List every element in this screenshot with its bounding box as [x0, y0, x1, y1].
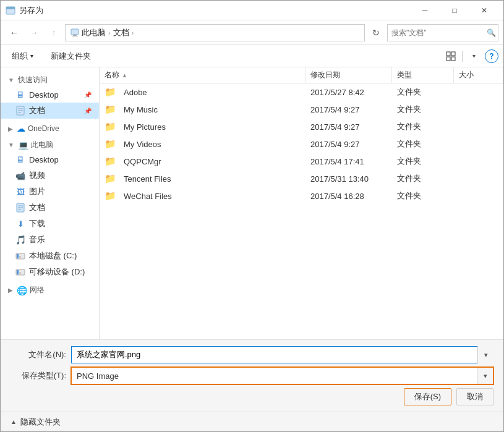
sidebar-section-thispc[interactable]: ▼ 💻 此电脑 — [1, 137, 99, 151]
file-type-cell: 文件夹 — [392, 83, 454, 101]
file-type-cell: 文件夹 — [392, 101, 454, 118]
col-header-type[interactable]: 类型 — [392, 67, 454, 83]
table-row[interactable]: 📁 My Videos 2017/5/4 9:27 文件夹 — [100, 135, 503, 153]
file-size-cell — [454, 170, 503, 187]
folder-icon: 📁 — [105, 138, 116, 150]
svg-rect-18 — [17, 254, 19, 258]
pc-icon: 💻 — [18, 140, 28, 150]
sort-arrow-name: ▲ — [122, 72, 127, 78]
sidebar-item-drive-d[interactable]: 可移动设备 (D:) — [1, 264, 99, 280]
sidebar-item-desktop-pc[interactable]: 🖥 Desktop — [1, 151, 99, 167]
sidebar-item-video[interactable]: 📹 视频 — [1, 167, 99, 184]
col-header-name[interactable]: 名称 ▲ — [100, 67, 305, 83]
sidebar-section-quick-access[interactable]: ▼ 快速访问 — [1, 72, 99, 87]
desktop-icon: 🖥 — [15, 90, 25, 100]
sidebar-section-network[interactable]: ▶ 🌐 网络 — [1, 282, 99, 297]
folder-icon: 📁 — [105, 104, 116, 115]
search-input[interactable] — [391, 28, 484, 37]
sidebar-item-download[interactable]: ⬇ 下载 — [1, 216, 99, 232]
maximize-button[interactable]: □ — [440, 1, 469, 20]
back-button[interactable]: ← — [6, 24, 23, 41]
table-row[interactable]: 📁 My Pictures 2017/5/4 9:27 文件夹 — [100, 118, 503, 135]
sidebar-item-docs-quick[interactable]: 文档 📌 — [1, 103, 99, 119]
search-box[interactable]: 🔍 — [387, 24, 498, 41]
file-name-cell: 📁 My Pictures — [100, 118, 305, 135]
view-button[interactable] — [442, 48, 459, 65]
title-bar: 另存为 ─ □ ✕ — [1, 1, 503, 20]
sidebar-item-picture[interactable]: 🖼 图片 — [1, 184, 99, 200]
address-box[interactable]: 此电脑 › 文档 › — [65, 24, 365, 41]
up-button[interactable]: ↑ — [45, 24, 62, 41]
file-list-body: 📁 Adobe 2017/5/27 8:42 文件夹 📁 My Music 20… — [100, 83, 503, 339]
refresh-button[interactable]: ↻ — [367, 24, 385, 41]
table-row[interactable]: 📁 Tencent Files 2017/5/31 13:40 文件夹 — [100, 170, 503, 187]
new-folder-button[interactable]: 新建文件夹 — [45, 48, 97, 65]
picture-icon: 🖼 — [15, 187, 25, 197]
address-bar: ← → ↑ 此电脑 › 文档 › ↻ 🔍 — [1, 20, 503, 45]
col-header-date[interactable]: 修改日期 — [305, 67, 392, 83]
file-size-cell — [454, 187, 503, 205]
view-dropdown-sep — [462, 51, 463, 62]
folder-icon: 📁 — [105, 173, 116, 184]
sidebar-item-desktop-quick[interactable]: 🖥 Desktop 📌 — [1, 87, 99, 103]
filename-row: 文件名(N): ▾ — [11, 346, 493, 363]
table-row[interactable]: 📁 My Music 2017/5/4 9:27 文件夹 — [100, 101, 503, 118]
svg-rect-22 — [19, 273, 21, 274]
filetype-value: PNG Image — [72, 371, 477, 381]
file-date-cell: 2017/5/4 9:27 — [305, 118, 392, 135]
download-icon: ⬇ — [15, 219, 25, 229]
close-button[interactable]: ✕ — [470, 1, 498, 20]
crumb-computer[interactable]: 此电脑 — [82, 27, 106, 38]
window-controls: ─ □ ✕ — [411, 1, 498, 20]
hidden-files-toggle[interactable]: ▲ 隐藏文件夹 — [11, 417, 61, 428]
file-date-cell: 2017/5/27 8:42 — [305, 83, 392, 101]
forward-button[interactable]: → — [25, 24, 43, 41]
filename-input[interactable] — [71, 346, 493, 363]
sidebar-item-docs-pc[interactable]: 文档 — [1, 200, 99, 216]
file-area: 名称 ▲ 修改日期 类型 大小 📁 Adobe 2017/5/27 8:42 — [100, 67, 503, 339]
desktop-pc-icon: 🖥 — [15, 155, 25, 164]
chevron-down-icon: ▲ — [11, 418, 17, 425]
save-button[interactable]: 保存(S) — [404, 388, 451, 405]
footer-bar: ▲ 隐藏文件夹 — [1, 412, 503, 431]
organize-button[interactable]: 组织 ▾ — [6, 48, 40, 65]
svg-rect-7 — [446, 57, 450, 61]
table-row[interactable]: 📁 WeChat Files 2017/5/4 16:28 文件夹 — [100, 187, 503, 205]
onedrive-icon: ☁ — [17, 124, 25, 133]
docs-icon — [15, 106, 25, 116]
music-icon: 🎵 — [15, 235, 25, 245]
filename-input-wrap: ▾ — [71, 346, 493, 363]
file-name-cell: 📁 Tencent Files — [100, 170, 305, 187]
sidebar-item-drive-c[interactable]: 本地磁盘 (C:) — [1, 248, 99, 264]
filetype-dropdown-arrow[interactable]: ▾ — [477, 368, 493, 384]
filetype-row: 保存类型(T): PNG Image ▾ — [11, 367, 493, 384]
pin-icon-docs: 📌 — [84, 108, 92, 114]
svg-rect-8 — [451, 57, 455, 61]
sidebar-section-onedrive[interactable]: ▶ ☁ OneDrive — [1, 121, 99, 135]
toolbar-right: ▾ ? — [442, 48, 498, 65]
crumb-docs[interactable]: 文档 — [113, 27, 129, 38]
docs-pc-icon — [15, 203, 25, 213]
view-dropdown-button[interactable]: ▾ — [465, 48, 482, 65]
cancel-button[interactable]: 取消 — [456, 388, 493, 405]
chevron-down-icon: ▾ — [30, 53, 33, 59]
file-type-cell: 文件夹 — [392, 187, 454, 205]
hidden-files-label: 隐藏文件夹 — [20, 417, 61, 428]
col-header-size[interactable]: 大小 — [454, 67, 503, 83]
svg-rect-1 — [6, 7, 15, 9]
dialog-icon — [6, 6, 15, 15]
svg-rect-2 — [71, 29, 79, 35]
filetype-select-wrap[interactable]: PNG Image ▾ — [71, 367, 493, 384]
table-row[interactable]: 📁 Adobe 2017/5/27 8:42 文件夹 — [100, 83, 503, 101]
filename-dropdown-arrow[interactable]: ▾ — [477, 346, 493, 363]
table-row[interactable]: 📁 QQPCMgr 2017/5/4 17:41 文件夹 — [100, 153, 503, 170]
file-name-cell: 📁 My Music — [100, 101, 305, 118]
file-size-cell — [454, 135, 503, 153]
help-button[interactable]: ? — [485, 49, 498, 63]
file-list-header: 名称 ▲ 修改日期 类型 大小 — [100, 67, 503, 83]
sidebar-item-music[interactable]: 🎵 音乐 — [1, 232, 99, 248]
file-size-cell — [454, 118, 503, 135]
minimize-button[interactable]: ─ — [411, 1, 439, 20]
sidebar: ▼ 快速访问 🖥 Desktop 📌 文档 📌 — [1, 67, 100, 339]
filename-label: 文件名(N): — [11, 349, 66, 360]
